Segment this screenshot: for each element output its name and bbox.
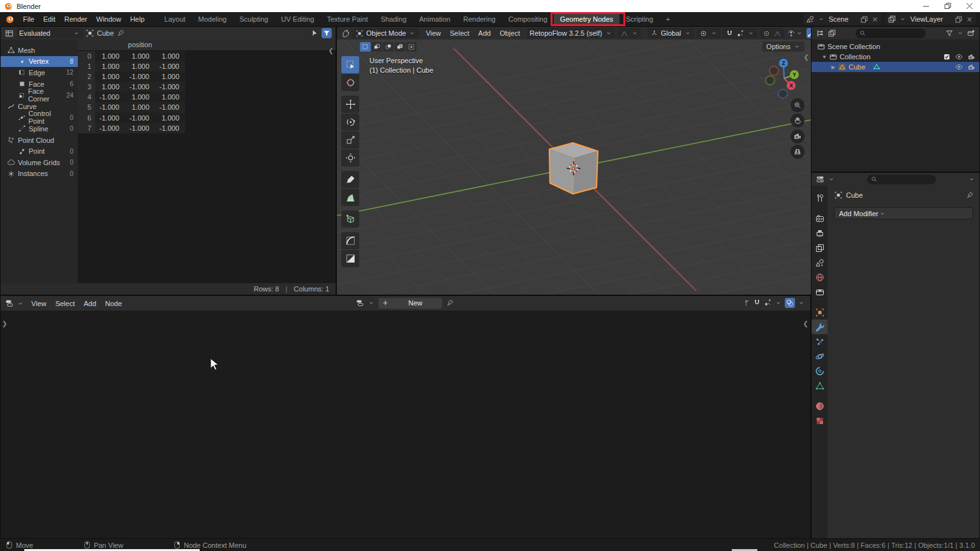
expand-caret-icon[interactable]: ▼	[822, 54, 827, 60]
transform-orientation-dropdown[interactable]: Global	[648, 28, 694, 38]
workspace-tab-rendering[interactable]: Rendering	[457, 12, 502, 26]
proportional-edit-controls[interactable]	[760, 28, 784, 38]
retopoflow-dropdown[interactable]: RetopoFlow 3.2.5 (self)	[527, 28, 615, 38]
cell-value[interactable]: -1.000	[125, 123, 155, 133]
gizmo-axis-ball[interactable]	[766, 76, 775, 85]
outliner-search[interactable]	[856, 29, 926, 38]
properties-tab-constraints[interactable]	[812, 364, 828, 378]
editor-type-properties-icon[interactable]	[815, 175, 825, 184]
workspace-tab-texture-paint[interactable]: Texture Paint	[320, 12, 374, 26]
viewlayer-selector[interactable]: ViewLayer	[885, 13, 976, 25]
new-viewlayer-icon[interactable]	[954, 15, 963, 24]
evaluated-dropdown[interactable]: Evaluated	[17, 28, 83, 38]
pin-icon[interactable]	[116, 29, 125, 38]
expand-caret-icon[interactable]: ▶	[831, 64, 836, 70]
add-cube-tool[interactable]	[341, 210, 359, 228]
workspace-tab-shading[interactable]: Shading	[375, 12, 413, 26]
workspace-tab-modeling[interactable]: Modeling	[192, 12, 234, 26]
dataset-mesh[interactable]: Mesh	[1, 45, 78, 56]
measure-tool[interactable]	[341, 189, 359, 206]
add-modifier-dropdown[interactable]: Add Modifier	[834, 207, 973, 219]
workspace-tab-add[interactable]: +	[660, 12, 676, 26]
overlays-toggle[interactable]	[785, 298, 795, 308]
maximize-button[interactable]	[937, 0, 958, 12]
remove-viewlayer-icon[interactable]	[965, 15, 974, 24]
display-mode-icon[interactable]	[828, 29, 836, 38]
workspace-tab-sculpting[interactable]: Sculpting	[233, 12, 274, 26]
selection-filter-icon[interactable]	[310, 29, 319, 38]
outliner-row-collection[interactable]: ▼Collection	[812, 52, 979, 62]
column-group-header[interactable]: position	[95, 40, 185, 50]
navigation-gizmo[interactable]: ZYX	[763, 57, 805, 99]
snap-magnet-icon[interactable]	[725, 29, 734, 38]
menu-object[interactable]: Object	[495, 27, 524, 40]
dataset-instances[interactable]: Instances0	[1, 168, 78, 180]
editor-type-node-icon[interactable]	[4, 298, 14, 308]
corner-tool[interactable]	[341, 232, 359, 249]
pivot-point-dropdown[interactable]	[697, 28, 720, 38]
browse-node-tree-icon[interactable]	[355, 298, 364, 307]
properties-tab-particles[interactable]	[812, 334, 828, 349]
dataset-volume-grids[interactable]: Volume Grids0	[1, 157, 78, 168]
menu-window[interactable]: Window	[92, 13, 126, 26]
menu-select[interactable]: Select	[51, 297, 80, 310]
snap-target-icon[interactable]	[764, 298, 772, 307]
rotate-tool[interactable]	[341, 114, 359, 131]
select-mode-3[interactable]	[383, 42, 394, 52]
new-node-tree-button[interactable]: New	[378, 298, 442, 309]
cell-value[interactable]: 1.000	[125, 102, 155, 112]
snap-controls[interactable]	[723, 28, 757, 38]
cell-value[interactable]: -1.000	[125, 71, 155, 82]
fill-tool[interactable]	[341, 250, 359, 267]
snap-magnet-icon[interactable]	[753, 298, 761, 307]
dataset-point[interactable]: Point0	[1, 145, 78, 157]
pan-hand-button[interactable]	[791, 114, 805, 128]
properties-tab-modifiers[interactable]	[812, 320, 828, 334]
menu-view[interactable]: View	[27, 297, 51, 310]
select-mode-4[interactable]	[394, 42, 405, 52]
cell-value[interactable]: -1.000	[95, 92, 125, 102]
dataset-face-corner[interactable]: Face Corner24	[1, 89, 78, 101]
menu-view[interactable]: View	[421, 27, 445, 40]
scene-selector[interactable]: Scene	[803, 13, 882, 25]
breadcrumb-object[interactable]: Cube	[846, 191, 863, 199]
menu-help[interactable]: Help	[126, 13, 149, 26]
chevron-down-icon[interactable]	[968, 175, 976, 183]
editor-type-outliner-icon[interactable]	[815, 29, 825, 38]
dataset-control-point[interactable]: Control Point0	[1, 112, 78, 124]
properties-tab-output[interactable]	[812, 226, 828, 240]
cell-value[interactable]: 1.000	[125, 51, 155, 61]
menu-file[interactable]: File	[19, 13, 39, 26]
properties-tab-object[interactable]	[812, 305, 828, 320]
move-tool[interactable]	[341, 96, 359, 113]
properties-tab-world[interactable]	[812, 270, 828, 284]
properties-tab-physics[interactable]	[812, 349, 828, 364]
minimize-button[interactable]	[915, 0, 937, 12]
cell-value[interactable]: -1.000	[95, 102, 125, 112]
properties-tab-view-layer[interactable]	[812, 240, 828, 255]
viewport-canvas[interactable]: Options User Perspective (1) Collection …	[337, 40, 811, 295]
annotate-tool[interactable]	[341, 171, 359, 188]
select-mode-1[interactable]	[360, 42, 371, 52]
workspace-tab-scripting[interactable]: Scripting	[620, 12, 660, 26]
select-mode-2[interactable]	[371, 42, 382, 52]
menu-node[interactable]: Node	[101, 297, 126, 310]
scale-tool[interactable]	[341, 131, 359, 149]
dataset-edge[interactable]: Edge12	[1, 67, 78, 78]
properties-tab-texture[interactable]	[812, 413, 828, 428]
workspace-tab-compositing[interactable]: Compositing	[502, 12, 554, 26]
select-mode-5[interactable]	[406, 42, 417, 52]
cell-value[interactable]: 1.000	[155, 92, 185, 102]
cell-value[interactable]: -1.000	[155, 123, 185, 133]
cell-value[interactable]: 1.000	[125, 92, 155, 102]
cell-value[interactable]: -1.000	[95, 113, 125, 123]
cell-value[interactable]: 1.000	[125, 61, 155, 71]
properties-search[interactable]	[867, 175, 936, 184]
filter-toggle-icon[interactable]	[322, 28, 332, 38]
select-box-tool[interactable]	[341, 56, 359, 73]
curve-falloff-dropdown[interactable]	[618, 28, 641, 38]
camera-view-button[interactable]	[791, 129, 805, 143]
editor-type-spreadsheet-icon[interactable]	[4, 29, 14, 38]
menu-select[interactable]: Select	[445, 27, 474, 40]
cell-value[interactable]: -1.000	[155, 61, 185, 71]
